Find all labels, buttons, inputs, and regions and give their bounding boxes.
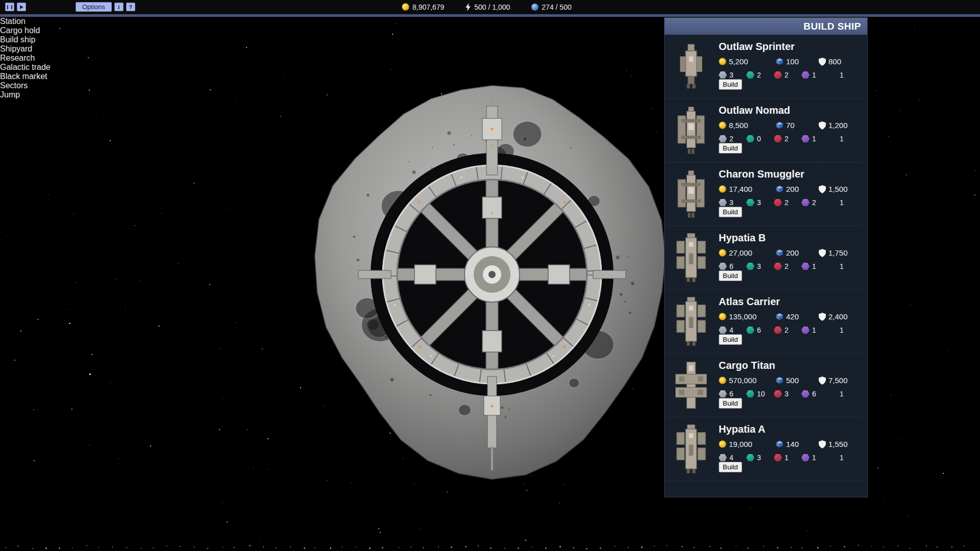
ship-list: Outlaw Sprinter 5,200 100 800 3 bbox=[665, 35, 863, 497]
shield-cost-value: 7,500 bbox=[828, 376, 848, 385]
gray-hex-icon bbox=[719, 71, 727, 79]
shield-cost: 7,500 bbox=[819, 376, 848, 385]
resource-purple: 1 bbox=[801, 326, 829, 334]
build-ship-header: BUILD SHIP bbox=[665, 18, 867, 35]
purple-hex-icon bbox=[801, 327, 810, 334]
yellow-hex-icon bbox=[829, 263, 837, 270]
build-button[interactable]: Build bbox=[719, 398, 742, 409]
orb-icon bbox=[531, 4, 538, 11]
gray-hex-icon bbox=[719, 199, 727, 206]
red-hex-value: 1 bbox=[785, 454, 789, 462]
shield-icon bbox=[819, 121, 826, 130]
yellow-hex-icon bbox=[829, 327, 837, 334]
shield-icon bbox=[819, 313, 826, 321]
teal-hex-value: 10 bbox=[757, 390, 765, 398]
credits-value: 8,907,679 bbox=[412, 3, 444, 11]
cube-cost-value: 70 bbox=[786, 121, 795, 130]
shield-cost: 1,750 bbox=[819, 248, 848, 257]
cube-cost-value: 140 bbox=[786, 440, 799, 448]
credits-cost: 5,200 bbox=[719, 57, 776, 66]
resource-teal: 10 bbox=[746, 390, 774, 398]
teal-hex-icon bbox=[746, 390, 754, 397]
shield-cost: 1,550 bbox=[819, 440, 848, 448]
resource-purple: 6 bbox=[801, 390, 829, 398]
teal-hex-value: 3 bbox=[757, 262, 761, 270]
shield-cost-value: 1,500 bbox=[828, 185, 848, 193]
credits-cost-value: 570,000 bbox=[729, 376, 756, 385]
top-bar: Options i ? 8,907,679 500 / 1,000 274 / … bbox=[0, 0, 980, 14]
ship-row: Hypatia A 19,000 140 1,550 4 bbox=[665, 417, 863, 481]
asteroid-station bbox=[280, 58, 704, 491]
purple-hex-value: 1 bbox=[812, 454, 816, 462]
coin-icon bbox=[719, 58, 726, 65]
ship-image bbox=[667, 103, 716, 158]
cube-cost-value: 500 bbox=[786, 376, 799, 385]
cost-row: 8,500 70 1,200 bbox=[719, 121, 860, 130]
resource-red: 2 bbox=[774, 198, 801, 207]
cost-row: 19,000 140 1,550 bbox=[719, 440, 860, 448]
coin-icon bbox=[402, 3, 409, 11]
yellow-hex-value: 1 bbox=[840, 135, 844, 143]
crew-readout: 274 / 500 bbox=[531, 3, 571, 11]
credits-cost: 8,500 bbox=[719, 121, 776, 130]
ship-name: Cargo Titan bbox=[719, 360, 860, 371]
info-button[interactable]: i bbox=[114, 3, 124, 11]
resource-purple: 1 bbox=[801, 135, 829, 143]
yellow-hex-icon bbox=[829, 390, 837, 397]
cube-icon bbox=[776, 58, 783, 65]
red-hex-icon bbox=[774, 199, 782, 206]
gray-hex-value: 4 bbox=[729, 454, 733, 462]
shield-cost: 1,200 bbox=[819, 121, 848, 130]
shield-icon bbox=[819, 58, 826, 66]
resource-teal: 6 bbox=[746, 326, 774, 334]
pause-button[interactable] bbox=[5, 3, 14, 11]
ship-name: Hypatia B bbox=[719, 232, 860, 244]
gray-hex-icon bbox=[719, 135, 727, 142]
shield-icon bbox=[819, 249, 826, 257]
shield-cost: 800 bbox=[819, 57, 841, 66]
build-button[interactable]: Build bbox=[719, 143, 742, 154]
resource-teal: 0 bbox=[746, 135, 774, 143]
build-button[interactable]: Build bbox=[719, 270, 742, 281]
purple-hex-value: 6 bbox=[812, 390, 816, 398]
resource-yellow: 1 bbox=[829, 262, 856, 270]
yellow-hex-value: 1 bbox=[840, 390, 844, 398]
purple-hex-icon bbox=[801, 263, 810, 270]
teal-hex-value: 0 bbox=[757, 135, 761, 143]
build-button[interactable]: Build bbox=[719, 79, 742, 90]
ship-image bbox=[667, 358, 716, 413]
options-button[interactable]: Options bbox=[76, 2, 112, 12]
cube-cost: 70 bbox=[776, 121, 819, 130]
red-hex-value: 2 bbox=[785, 262, 789, 270]
yellow-hex-value: 1 bbox=[840, 198, 844, 207]
energy-readout: 500 / 1,000 bbox=[465, 3, 510, 11]
ship-image bbox=[667, 166, 716, 221]
credits-cost: 135,000 bbox=[719, 312, 776, 321]
gray-hex-value: 2 bbox=[729, 135, 733, 143]
teal-hex-icon bbox=[746, 263, 754, 270]
credits-cost-value: 27,000 bbox=[729, 248, 752, 257]
ship-row: Outlaw Nomad 8,500 70 1,200 2 bbox=[665, 98, 863, 162]
build-button[interactable]: Build bbox=[719, 334, 742, 345]
purple-hex-icon bbox=[801, 454, 810, 461]
teal-hex-value: 3 bbox=[757, 198, 761, 207]
cube-icon bbox=[776, 440, 783, 448]
play-button[interactable] bbox=[17, 3, 26, 11]
build-button[interactable]: Build bbox=[719, 462, 742, 472]
gray-hex-value: 4 bbox=[729, 326, 733, 334]
resource-red: 2 bbox=[774, 71, 801, 79]
shield-cost-value: 1,550 bbox=[828, 440, 848, 448]
gray-hex-value: 3 bbox=[729, 198, 733, 207]
red-hex-icon bbox=[774, 263, 782, 270]
shield-cost-value: 1,750 bbox=[828, 248, 848, 257]
yellow-hex-value: 1 bbox=[840, 71, 844, 79]
help-button[interactable]: ? bbox=[126, 3, 135, 11]
teal-hex-icon bbox=[746, 199, 754, 206]
credits-cost: 19,000 bbox=[719, 440, 776, 448]
crew-value: 274 / 500 bbox=[542, 3, 571, 11]
bolt-icon bbox=[465, 3, 471, 11]
purple-hex-icon bbox=[801, 71, 810, 79]
coin-icon bbox=[719, 249, 726, 257]
resource-teal: 2 bbox=[746, 71, 774, 79]
build-button[interactable]: Build bbox=[719, 207, 742, 217]
